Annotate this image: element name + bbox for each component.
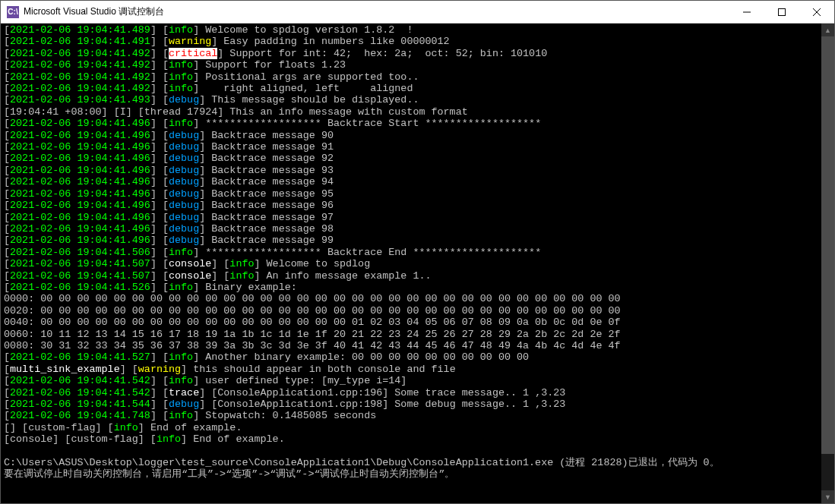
footer-exit-line: C:\Users\ASUS\Desktop\logger\test_source… <box>4 457 720 468</box>
close-icon <box>813 8 821 16</box>
app-icon: C:\ <box>7 6 19 18</box>
hex-line: 0040: 00 00 00 00 00 00 00 00 00 00 00 0… <box>4 317 621 328</box>
console-area: [2021-02-06 19:04:41.489] [info] Welcome… <box>1 24 834 503</box>
footer-hint-line: 要在调试停止时自动关闭控制台，请启用“工具”->“选项”->“调试”->“调试停… <box>4 468 455 480</box>
svg-rect-1 <box>779 8 786 15</box>
hex-line: 0060: 10 11 12 13 14 15 16 17 18 19 1a 1… <box>4 329 621 340</box>
vertical-scrollbar[interactable]: ▲ ▼ <box>821 24 834 503</box>
hex-line: 0080: 30 31 32 33 34 35 36 37 38 39 3a 3… <box>4 340 621 351</box>
scroll-thumb[interactable] <box>821 36 834 454</box>
titlebar[interactable]: C:\ Microsoft Visual Studio 调试控制台 <box>1 1 834 24</box>
scroll-down-button[interactable]: ▼ <box>821 490 834 503</box>
hex-line: 0000: 00 00 00 00 00 00 00 00 00 00 00 0… <box>4 293 621 304</box>
custom-format-line: [19:04:41 +08:00] [I] [thread 17924] Thi… <box>4 106 468 118</box>
scroll-track[interactable] <box>821 36 834 490</box>
window-controls <box>729 1 834 23</box>
console-output[interactable]: [2021-02-06 19:04:41.489] [info] Welcome… <box>1 24 821 503</box>
close-button[interactable] <box>799 1 834 23</box>
minimize-button[interactable] <box>729 1 764 23</box>
scroll-up-button[interactable]: ▲ <box>821 24 834 36</box>
maximize-icon <box>778 8 786 16</box>
window-title: Microsoft Visual Studio 调试控制台 <box>24 5 729 18</box>
maximize-button[interactable] <box>764 1 799 23</box>
minimize-icon <box>743 8 751 16</box>
hex-line: 0020: 00 00 00 00 00 00 00 00 00 00 00 0… <box>4 305 621 317</box>
